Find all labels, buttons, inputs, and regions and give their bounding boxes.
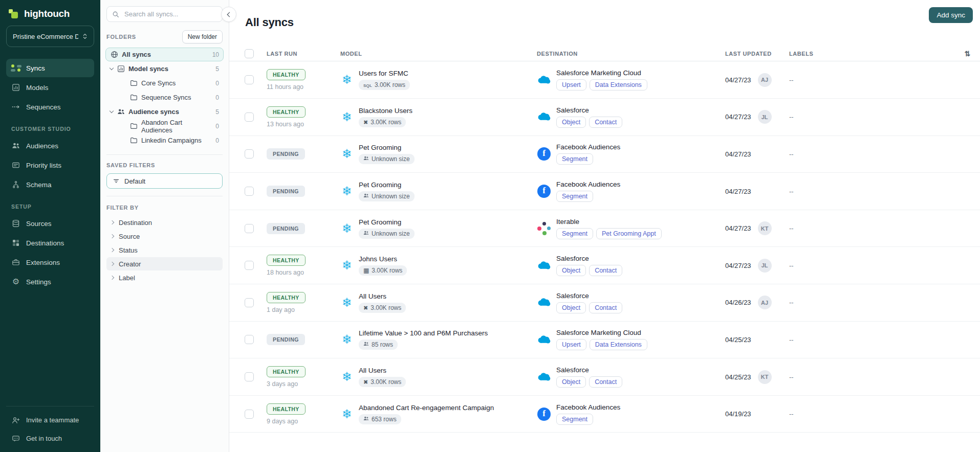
table-row[interactable]: PENDING Pet Grooming Unknown size f Face… [229, 173, 980, 210]
last-run-text: 13 hours ago [267, 121, 304, 128]
select-all-checkbox[interactable] [245, 49, 254, 58]
last-updated-date: 04/25/23 [725, 373, 751, 381]
table-row[interactable]: HEALTHY 11 hours ago Users for SFMC SQL … [229, 61, 980, 99]
sidebar-item-schema[interactable]: Schema [6, 175, 94, 194]
destination-icon [537, 297, 551, 308]
table-row[interactable]: HEALTHY 3 days ago All Users ✖ 3.00K row… [229, 358, 980, 396]
workspace-selector[interactable]: Pristine eCommerce De... [6, 26, 94, 47]
row-checkbox[interactable] [245, 112, 254, 122]
filter-by-creator[interactable]: Creator [106, 257, 223, 270]
row-checkbox[interactable] [245, 187, 254, 196]
sidebar-item-settings[interactable]: ⚙ Settings [6, 273, 94, 291]
sidebar-item-extensions[interactable]: Extensions [6, 253, 94, 272]
destination-name: Salesforce [556, 366, 622, 374]
model-name: Blackstone Users [359, 107, 412, 115]
model-name: Abandoned Cart Re-engagement Campaign [359, 404, 494, 412]
chevron-updown-icon [82, 33, 88, 40]
column-last-updated: LAST UPDATED [725, 51, 789, 57]
sidebar-item-label: Syncs [26, 64, 45, 72]
table-row[interactable]: HEALTHY 9 days ago Abandoned Cart Re-eng… [229, 396, 980, 433]
folder-icon [129, 137, 138, 145]
sidebar-item-icon [11, 238, 20, 247]
creator-avatar: KT [758, 221, 772, 235]
model-size-pill: ▦ 3.00K rows [359, 265, 407, 276]
filter-by-status[interactable]: Status [106, 243, 223, 257]
sidebar: hightouch Pristine eCommerce De... Syncs… [0, 0, 100, 452]
folder-icon [110, 51, 118, 59]
row-checkbox[interactable] [245, 298, 254, 307]
destination-icon: f [537, 147, 551, 161]
destination-tag: Data Extensions [590, 79, 647, 91]
folder-sequence-syncs[interactable]: Sequence Syncs 0 [105, 91, 224, 104]
labels-text: -- [789, 299, 980, 306]
snowflake-icon [340, 297, 354, 309]
sidebar-item-sequences[interactable]: Sequences [6, 98, 94, 116]
folder-count: 0 [215, 94, 219, 101]
saved-filter-label: Default [124, 177, 145, 185]
sidebar-item-icon [11, 219, 20, 228]
labels-text: -- [789, 262, 980, 269]
table-row[interactable]: PENDING Pet Grooming Unknown size Iterab… [229, 210, 980, 247]
sidebar-item-sources[interactable]: Sources [6, 214, 94, 233]
last-updated-date: 04/27/23 [725, 262, 751, 269]
row-checkbox[interactable] [245, 224, 254, 233]
saved-filter-default[interactable]: Default [106, 173, 223, 189]
folder-all-syncs[interactable]: All syncs 10 [105, 48, 224, 61]
size-text: 3.00K rows [371, 119, 401, 126]
sidebar-item-label: Settings [26, 278, 51, 286]
sort-icon[interactable] [965, 50, 980, 58]
chevron-right-icon [110, 262, 114, 266]
row-checkbox[interactable] [245, 261, 254, 270]
row-checkbox[interactable] [245, 372, 254, 381]
sidebar-item-priority-lists[interactable]: Priority lists [6, 156, 94, 174]
destination-tag: Pet Grooming Appt [596, 228, 662, 239]
folder-audience-syncs[interactable]: Audience syncs 5 [105, 105, 224, 119]
table-row[interactable]: PENDING Pet Grooming Unknown size f Face… [229, 136, 980, 173]
size-type-icon: ✖ [363, 304, 368, 311]
table-row[interactable]: HEALTHY 13 hours ago Blackstone Users ✖ … [229, 99, 980, 136]
creator-avatar: AJ [758, 73, 772, 87]
sidebar-item-models[interactable]: Models [6, 78, 94, 97]
model-name: Johns Users [359, 255, 407, 263]
sidebar-item-icon: ⚙ [11, 277, 20, 286]
footer-item-get-in-touch[interactable]: Get in touch [6, 430, 94, 447]
sidebar-item-syncs[interactable]: Syncs [6, 59, 94, 77]
model-name: All Users [359, 292, 406, 300]
filter-by-label[interactable]: Label [106, 271, 223, 284]
model-size-pill: ✖ 3.00K rows [359, 117, 406, 127]
chevron-right-icon [110, 248, 114, 252]
folder-core-syncs[interactable]: Core Syncs 0 [105, 76, 224, 90]
destination-tag: Object [556, 117, 586, 128]
row-checkbox[interactable] [245, 75, 254, 84]
size-type-icon [363, 230, 369, 237]
table-row[interactable]: HEALTHY 1 day ago All Users ✖ 3.00K rows… [229, 284, 980, 322]
sidebar-item-audiences[interactable]: Audiences [6, 137, 94, 155]
row-checkbox[interactable] [245, 335, 254, 344]
model-size-pill: ✖ 3.00K rows [359, 303, 406, 313]
table-row[interactable]: PENDING Lifetime Value > 100 and P6M Pur… [229, 322, 980, 359]
model-size-pill: Unknown size [359, 191, 415, 201]
status-badge: HEALTHY [267, 366, 306, 377]
destination-tag: Contact [589, 376, 622, 388]
footer-item-invite-a-teammate[interactable]: Invite a teammate [6, 411, 94, 429]
folder-label: All syncs [122, 51, 151, 58]
search-input[interactable] [123, 10, 217, 18]
sidebar-item-icon [11, 416, 20, 425]
filter-by-destination[interactable]: Destination [106, 216, 223, 229]
sidebar-item-label: Schema [26, 181, 52, 189]
sidebar-item-destinations[interactable]: Destinations [6, 234, 94, 252]
row-checkbox[interactable] [245, 149, 254, 159]
destination-tag: Upsert [556, 79, 586, 91]
destination-tags: UpsertData Extensions [556, 79, 647, 91]
folder-linkedin-campaigns[interactable]: Linkedin Campaigns 0 [105, 133, 224, 147]
folder-model-syncs[interactable]: Model syncs 5 [105, 62, 224, 76]
filter-by-source[interactable]: Source [106, 230, 223, 243]
chevron-right-icon [110, 220, 114, 224]
new-folder-button[interactable]: New folder [182, 30, 223, 43]
table-row[interactable]: HEALTHY 18 hours ago Johns Users ▦ 3.00K… [229, 247, 980, 284]
add-sync-button[interactable]: Add sync [929, 7, 973, 23]
folder-abandon-cart-audiences[interactable]: Abandon Cart Audiences 0 [105, 119, 224, 133]
collapse-panel-button[interactable] [221, 7, 236, 22]
row-checkbox[interactable] [245, 410, 254, 419]
snowflake-icon [340, 222, 354, 235]
